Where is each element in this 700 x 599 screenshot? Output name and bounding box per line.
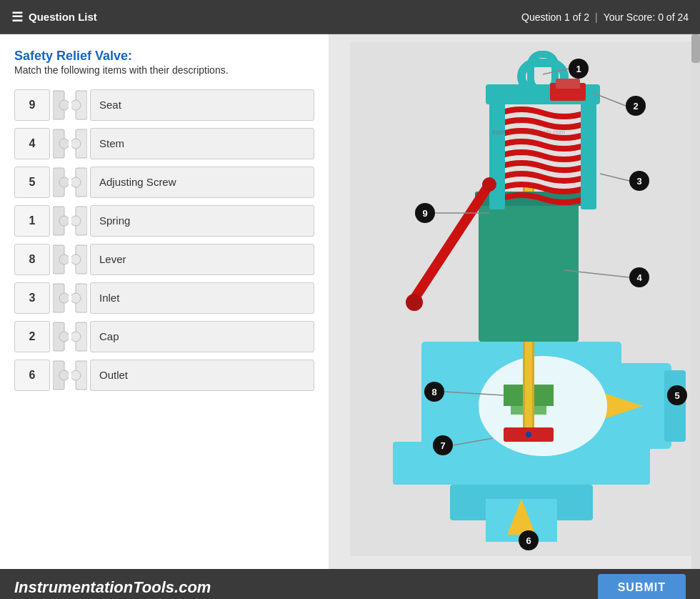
main-content: Safety Relief Valve: Match the following… [0,34,700,569]
svg-text:InstrumentationTools.com: InstrumentationTools.com [492,129,566,136]
puzzle-right-icon [71,360,87,391]
divider: | [595,11,598,23]
right-panel: 1 2 3 4 5 6 [329,34,700,569]
number-box: 6 [14,360,50,391]
label-box: Spring [90,205,314,237]
svg-point-23 [71,293,81,303]
label-box: Outlet [90,360,314,391]
svg-point-58 [482,177,496,192]
svg-text:9: 9 [422,208,427,219]
bottom-bar: InstrumentationTools.com SUBMIT [0,569,700,599]
number-box: 9 [14,89,50,121]
svg-text:6: 6 [526,535,531,546]
svg-point-19 [71,254,81,264]
match-row: 2 Cap [14,321,314,352]
svg-point-29 [59,370,69,380]
svg-point-21 [59,293,69,303]
svg-point-27 [71,332,81,342]
svg-point-45 [526,432,531,437]
match-rows-container: 9 Seat 4 Stem 5 [14,89,314,391]
match-row: 5 Adjusting Screw [14,167,314,198]
puzzle-right-icon [71,205,87,237]
svg-rect-48 [479,199,579,342]
label-box: Lever [90,244,314,275]
match-row: 8 Lever [14,244,314,275]
puzzle-left-icon [53,128,69,159]
match-row: 4 Stem [14,128,314,159]
number-box: 5 [14,167,50,198]
svg-point-5 [59,139,69,149]
svg-point-25 [59,332,69,342]
puzzle-left-icon [53,282,69,314]
svg-text:3: 3 [636,176,641,187]
left-panel: Safety Relief Valve: Match the following… [0,34,329,569]
puzzle-right-icon [71,321,87,352]
brand-label: InstrumentationTools.com [14,578,211,597]
puzzle-right-icon [71,89,87,121]
question-description: Match the following items with their des… [14,64,314,78]
number-box: 1 [14,205,50,237]
puzzle-right-icon [71,167,87,198]
number-box: 8 [14,244,50,275]
match-row: 6 Outlet [14,360,314,391]
top-bar: ☰ Question List Question 1 of 2 | Your S… [0,0,700,34]
title-section: Safety Relief Valve: Match the following… [14,49,314,78]
puzzle-right-icon [71,244,87,275]
score-display: Your Score: 0 of 24 [604,11,689,23]
puzzle-right-icon [71,282,87,314]
svg-point-1 [59,100,69,110]
svg-rect-38 [664,370,686,442]
number-box: 3 [14,282,50,314]
valve-diagram-svg: 1 2 3 4 5 6 [350,41,693,556]
svg-point-7 [71,139,81,149]
svg-point-13 [59,216,69,226]
svg-rect-56 [556,79,580,89]
scroll-bar[interactable] [691,34,700,569]
label-box: Inlet [90,282,314,314]
svg-text:8: 8 [431,387,436,397]
puzzle-left-icon [53,205,69,237]
label-box: Seat [90,89,314,121]
match-row: 1 Spring [14,205,314,237]
label-box: Cap [90,321,314,352]
label-box: Adjusting Screw [90,167,314,198]
question-list-label[interactable]: Question List [29,11,97,23]
svg-point-31 [71,370,81,380]
match-row: 3 Inlet [14,282,314,314]
svg-point-59 [406,294,423,311]
puzzle-left-icon [53,360,69,391]
svg-point-17 [59,254,69,264]
svg-text:7: 7 [440,440,445,451]
svg-text:5: 5 [674,390,679,401]
svg-point-3 [71,100,81,110]
submit-button[interactable]: SUBMIT [598,574,686,599]
svg-text:4: 4 [636,272,642,283]
puzzle-left-icon [53,244,69,275]
svg-text:1: 1 [576,64,581,74]
svg-point-9 [59,177,69,187]
diagram-container: 1 2 3 4 5 6 [329,34,700,569]
top-bar-right: Question 1 of 2 | Your Score: 0 of 24 [521,11,689,23]
svg-point-11 [71,177,81,187]
match-row: 9 Seat [14,89,314,121]
svg-point-15 [71,216,81,226]
question-list-icon: ☰ [11,9,23,25]
label-box: Stem [90,128,314,159]
svg-text:2: 2 [633,101,638,112]
question-title: Safety Relief Valve: [14,49,314,64]
puzzle-right-icon [71,128,87,159]
top-bar-left: ☰ Question List [11,9,97,25]
svg-rect-50 [489,99,505,209]
title-highlight: Safety Relief Valve: [14,49,132,63]
svg-rect-51 [581,99,596,209]
question-progress: Question 1 of 2 [521,11,589,23]
puzzle-left-icon [53,167,69,198]
puzzle-left-icon [53,89,69,121]
number-box: 2 [14,321,50,352]
number-box: 4 [14,128,50,159]
scroll-thumb[interactable] [691,34,700,63]
puzzle-left-icon [53,321,69,352]
